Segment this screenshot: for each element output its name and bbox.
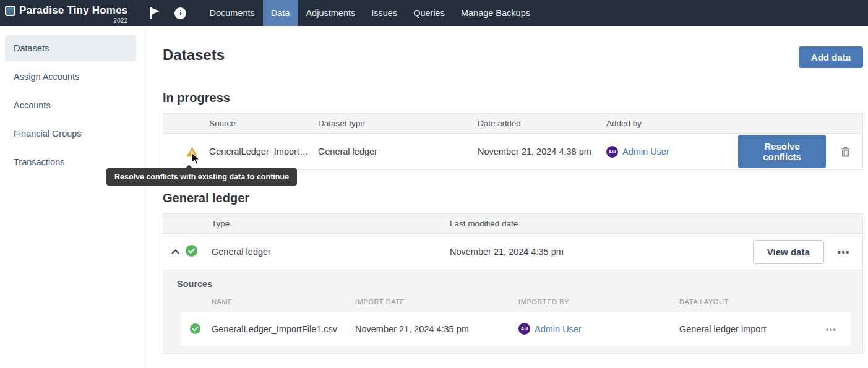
ledger-type-value: General ledger <box>212 247 450 257</box>
in-progress-heading: In progress <box>163 91 863 105</box>
column-header-dataset-type: Dataset type <box>318 119 478 128</box>
column-header-imported-by: IMPORTED BY <box>518 298 679 306</box>
last-modified-value: November 21, 2024 4:35 pm <box>450 247 753 257</box>
imported-by-user-link[interactable]: Admin User <box>535 324 582 334</box>
column-header-data-layout: DATA LAYOUT <box>679 298 826 306</box>
added-by-user-link[interactable]: Admin User <box>622 147 669 156</box>
general-ledger-row[interactable]: General ledger November 21, 2024 4:35 pm… <box>163 234 862 270</box>
source-row[interactable]: GeneralLedger_ImportFile1.csv November 2… <box>181 312 851 346</box>
source-name: GeneralLedger_Import… <box>209 147 318 156</box>
general-ledger-heading: General ledger <box>163 191 863 205</box>
column-header-source: Source <box>209 119 318 128</box>
nav-item-queries[interactable]: Queries <box>405 0 453 26</box>
app-window: Paradise Tiny Homes 2022 i Documents Dat… <box>0 0 868 368</box>
date-added-value: November 21, 2024 4:38 pm <box>478 147 606 156</box>
in-progress-table-header: Source Dataset type Date added Added by <box>163 114 862 134</box>
source-import-date: November 21, 2024 4:35 pm <box>355 324 518 334</box>
brand-name: Paradise Tiny Homes <box>19 4 127 17</box>
flag-icon[interactable] <box>148 6 161 20</box>
main-content: Datasets Add data In progress Source Dat… <box>144 26 868 368</box>
in-progress-row[interactable]: GeneralLedger_Import… General ledger Nov… <box>163 134 862 170</box>
chevron-up-icon[interactable] <box>171 249 179 254</box>
sources-header: NAME IMPORT DATE IMPORTED BY DATA LAYOUT <box>181 298 851 306</box>
source-file-name: GeneralLedger_ImportFile1.csv <box>212 324 355 334</box>
success-check-icon <box>186 245 197 257</box>
top-navbar: Paradise Tiny Homes 2022 i Documents Dat… <box>0 0 868 26</box>
source-menu-button[interactable]: ••• <box>826 325 836 334</box>
tooltip-text: Resolve conflicts with existing data to … <box>114 173 289 181</box>
avatar: AU <box>606 146 618 158</box>
brand-logo-icon <box>5 6 15 16</box>
dataset-type-value: General ledger <box>318 147 478 156</box>
nav-item-issues[interactable]: Issues <box>363 0 405 26</box>
trash-icon <box>841 147 850 157</box>
sidebar-item-assign-accounts[interactable]: Assign Accounts <box>5 64 136 90</box>
sources-heading: Sources <box>177 279 862 289</box>
row-menu-button[interactable]: ••• <box>838 247 850 257</box>
brand-year: 2022 <box>113 17 127 24</box>
tooltip: Resolve conflicts with existing data to … <box>106 168 297 186</box>
column-header-date-added: Date added <box>478 119 606 128</box>
nav-menu: Documents Data Adjustments Issues Querie… <box>201 0 538 26</box>
column-header-last-modified: Last modified date <box>450 219 862 228</box>
mouse-cursor <box>191 152 201 166</box>
success-check-icon <box>190 323 200 334</box>
general-ledger-table: Type Last modified date <box>163 213 863 354</box>
avatar: AU <box>518 323 530 335</box>
general-ledger-table-header: Type Last modified date <box>163 214 862 234</box>
nav-item-manage-backups[interactable]: Manage Backups <box>453 0 538 26</box>
sources-panel: Sources NAME IMPORT DATE IMPORTED BY DAT… <box>163 270 862 354</box>
nav-item-documents[interactable]: Documents <box>201 0 262 26</box>
nav-item-adjustments[interactable]: Adjustments <box>298 0 363 26</box>
delete-button[interactable] <box>841 147 850 157</box>
brand: Paradise Tiny Homes 2022 <box>0 0 127 26</box>
info-icon[interactable]: i <box>174 7 186 19</box>
column-header-type: Type <box>212 219 450 228</box>
resolve-conflicts-button[interactable]: Resolve conflicts <box>738 135 826 168</box>
add-data-button[interactable]: Add data <box>799 46 863 68</box>
nav-item-data[interactable]: Data <box>263 0 298 26</box>
sidebar-item-financial-groups[interactable]: Financial Groups <box>5 121 136 147</box>
column-header-added-by: Added by <box>606 119 738 128</box>
source-data-layout: General ledger import <box>679 324 826 334</box>
sidebar-item-accounts[interactable]: Accounts <box>5 92 136 118</box>
column-header-name: NAME <box>212 298 355 306</box>
page-title: Datasets <box>163 46 225 64</box>
in-progress-table: Source Dataset type Date added Added by <box>163 113 863 170</box>
sidebar-item-datasets[interactable]: Datasets <box>5 35 136 61</box>
column-header-import-date: IMPORT DATE <box>355 298 518 306</box>
view-data-button[interactable]: View data <box>753 240 824 264</box>
sidebar: Datasets Assign Accounts Accounts Financ… <box>0 26 144 368</box>
